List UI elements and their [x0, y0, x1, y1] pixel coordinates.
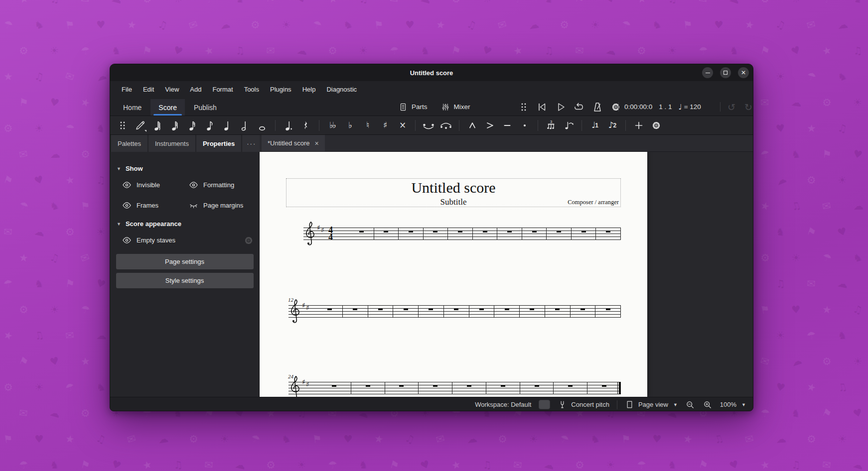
whole-rest[interactable] [606, 231, 610, 233]
staff-system[interactable]: ♯♯44 [303, 228, 621, 240]
undo-button[interactable]: ↺ [726, 102, 737, 113]
add-button[interactable] [631, 118, 646, 133]
measure[interactable] [351, 382, 385, 394]
concert-pitch-toggle[interactable] [539, 400, 550, 409]
measure[interactable] [497, 228, 522, 240]
measure[interactable] [520, 305, 545, 318]
score-canvas[interactable]: Untitled score Subtitle Composer / arran… [260, 152, 753, 397]
whole-rest[interactable] [366, 385, 370, 387]
panel-more-button[interactable]: ··· [242, 135, 261, 152]
measure[interactable] [424, 228, 448, 240]
document-tab[interactable]: *Untitled score × [262, 135, 325, 151]
flip-direction-button[interactable] [561, 118, 576, 133]
measure[interactable] [452, 382, 486, 394]
whole-rest[interactable] [602, 385, 606, 387]
note-64th-button[interactable] [150, 118, 165, 133]
sharp-button[interactable]: ♯ [377, 118, 392, 133]
menu-add[interactable]: Add [185, 84, 206, 95]
rewind-button[interactable] [536, 101, 548, 113]
key-signature-sharp[interactable]: ♯ [306, 304, 309, 311]
measure[interactable] [545, 305, 571, 318]
measure[interactable] [587, 382, 621, 394]
toggle-page-margins[interactable]: Page margins [189, 201, 259, 210]
double-flat-button[interactable]: ♭♭ [325, 118, 340, 133]
playback-drag-handle[interactable] [518, 101, 530, 113]
augmentation-dot-button[interactable] [281, 118, 296, 133]
whole-rest[interactable] [429, 309, 433, 311]
whole-rest[interactable] [580, 309, 585, 311]
document-tab-close-icon[interactable]: × [315, 139, 319, 147]
whole-rest[interactable] [568, 385, 573, 387]
whole-rest[interactable] [501, 385, 505, 387]
staff-system[interactable]: 24♯♯ [289, 382, 621, 394]
whole-rest[interactable] [378, 309, 383, 311]
measure[interactable] [520, 382, 554, 394]
measure[interactable] [317, 382, 351, 394]
measure[interactable] [419, 305, 444, 318]
playback-settings-button[interactable] [610, 101, 622, 113]
whole-rest[interactable] [409, 231, 413, 233]
whole-rest[interactable] [467, 385, 471, 387]
measure[interactable] [522, 228, 547, 240]
whole-rest[interactable] [507, 231, 512, 233]
menu-help[interactable]: Help [298, 84, 320, 95]
toggle-formatting[interactable]: Formatting [189, 180, 259, 190]
measure[interactable] [571, 305, 596, 318]
score-composer[interactable]: Composer / arranger [568, 199, 619, 206]
play-button[interactable] [555, 101, 567, 113]
style-settings-button[interactable]: Style settings [116, 273, 254, 288]
whole-rest[interactable] [332, 385, 336, 387]
time-signature[interactable]: 44 [327, 227, 334, 240]
panel-tab-palettes[interactable]: Palettes [111, 135, 147, 152]
toggle-empty-staves[interactable]: Empty staves [122, 236, 189, 245]
whole-rest[interactable] [555, 309, 560, 311]
rest-button[interactable] [298, 118, 313, 133]
key-signature-sharp[interactable]: ♯ [302, 302, 305, 309]
whole-rest[interactable] [479, 309, 484, 311]
tab-home[interactable]: Home [115, 99, 149, 116]
note-input-button[interactable] [133, 118, 147, 133]
whole-rest[interactable] [359, 231, 364, 233]
flat-button[interactable]: ♭ [342, 118, 357, 133]
key-signature-sharp[interactable]: ♯ [306, 381, 309, 388]
measure[interactable] [473, 228, 498, 240]
section-header[interactable]: ▼Score appearance [110, 220, 259, 228]
voice-2-button[interactable]: ♪2 [605, 118, 620, 133]
whole-rest[interactable] [353, 309, 357, 311]
panel-tab-properties[interactable]: Properties [196, 135, 241, 152]
measure[interactable] [349, 228, 374, 240]
zoom-level-selector[interactable]: 100% ▼ [720, 401, 746, 408]
tempo-display[interactable]: ♩ = 120 [679, 103, 701, 112]
whole-rest[interactable] [606, 309, 610, 311]
whole-rest[interactable] [433, 231, 437, 233]
gear-icon[interactable] [244, 236, 254, 247]
accent-button[interactable] [482, 118, 497, 133]
whole-rest[interactable] [483, 231, 487, 233]
menu-plugins[interactable]: Plugins [266, 84, 296, 95]
score-title[interactable]: Untitled score [287, 179, 620, 196]
whole-rest[interactable] [327, 309, 332, 311]
tab-publish[interactable]: Publish [186, 99, 225, 116]
menu-edit[interactable]: Edit [139, 84, 158, 95]
note-8th-button[interactable] [202, 118, 217, 133]
redo-button[interactable]: ↻ [743, 102, 753, 113]
double-sharp-button[interactable]: × [395, 118, 410, 133]
staccato-button[interactable] [517, 118, 532, 133]
measure[interactable] [444, 305, 469, 318]
maximize-button[interactable] [720, 67, 731, 78]
key-signature-sharp[interactable]: ♯ [321, 227, 324, 234]
measure[interactable] [317, 305, 343, 318]
whole-rest[interactable] [535, 385, 539, 387]
toggle-frames[interactable]: Frames [122, 201, 189, 210]
view-mode-selector[interactable]: Page view ▼ [625, 400, 678, 409]
tenuto-button[interactable] [500, 118, 515, 133]
whole-rest[interactable] [404, 309, 408, 311]
panel-tab-instruments[interactable]: Instruments [148, 135, 195, 152]
key-signature-sharp[interactable]: ♯ [317, 224, 320, 231]
metronome-button[interactable] [591, 101, 603, 113]
tuplet-button[interactable]: 3 [544, 118, 559, 133]
toggle-invisible[interactable]: Invisible [122, 180, 189, 190]
menu-view[interactable]: View [160, 84, 183, 95]
score-page[interactable]: Untitled score Subtitle Composer / arran… [260, 152, 647, 397]
voice-1-button[interactable]: ♩1 [587, 118, 602, 133]
